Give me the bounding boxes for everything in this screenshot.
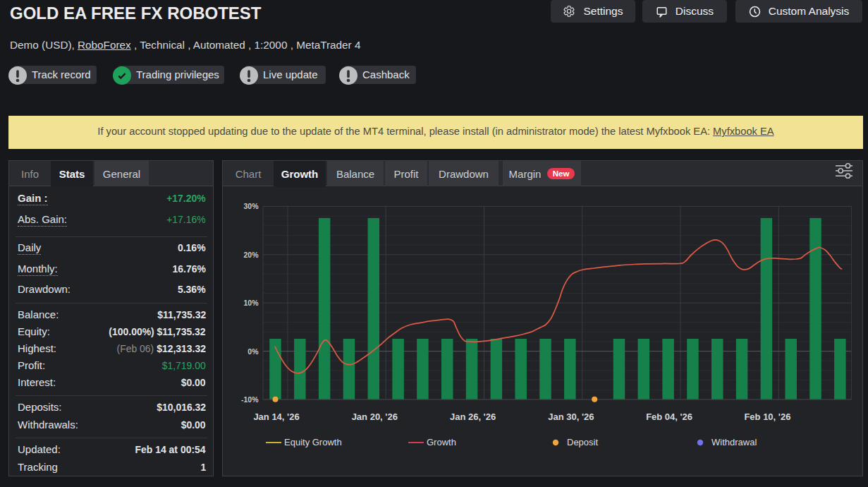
svg-text:0%: 0%	[247, 347, 259, 356]
svg-text:Deposit: Deposit	[567, 437, 598, 447]
svg-text:20%: 20%	[243, 251, 259, 259]
svg-text:Jan 14, '26: Jan 14, '26	[253, 411, 299, 422]
svg-text:Jan 30, '26: Jan 30, '26	[548, 411, 594, 422]
svg-text:Withdrawal: Withdrawal	[711, 437, 757, 447]
svg-text:Feb 04, '26: Feb 04, '26	[646, 411, 692, 422]
svg-text:Equity Growth: Equity Growth	[284, 437, 342, 447]
svg-text:Jan 20, '26: Jan 20, '26	[352, 411, 398, 422]
svg-text:Growth: Growth	[427, 437, 456, 447]
svg-text:30%: 30%	[243, 202, 259, 210]
svg-text:10%: 10%	[243, 299, 259, 307]
svg-text:Jan 26, '26: Jan 26, '26	[450, 411, 496, 422]
svg-text:Feb 10, '26: Feb 10, '26	[744, 411, 790, 422]
svg-text:-10%: -10%	[241, 395, 259, 404]
